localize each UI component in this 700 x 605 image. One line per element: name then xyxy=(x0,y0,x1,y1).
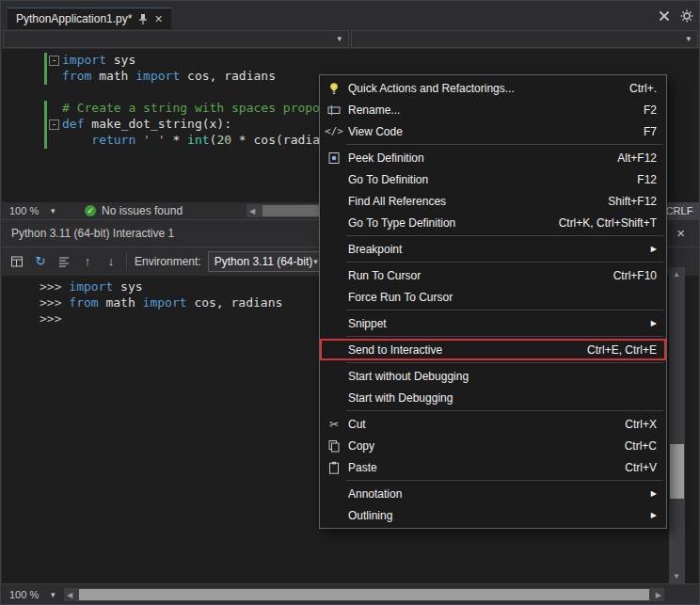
code-line: -import sys xyxy=(62,53,327,69)
menu-item-force-run-to-cursor[interactable]: Force Run To Cursor xyxy=(320,286,666,308)
tab-pythonapplication1[interactable]: PythonApplication1.py* × xyxy=(8,8,171,29)
menu-item-label: Breakpoint xyxy=(348,243,402,256)
menu-shortcut: F12 xyxy=(637,173,657,186)
scroll-right-icon[interactable]: ▶ xyxy=(656,591,661,599)
clear-screen-icon[interactable] xyxy=(56,255,72,268)
menu-item-breakpoint[interactable]: Breakpoint▶ xyxy=(320,238,666,260)
interactive-zoom-select[interactable]: 100 % xyxy=(9,589,39,600)
menu-item-label: Rename... xyxy=(348,103,400,117)
pin-icon[interactable] xyxy=(138,13,148,25)
menu-shortcut: Alt+F12 xyxy=(617,151,657,165)
chevron-down-icon[interactable]: ▾ xyxy=(51,590,56,599)
code-token: cos, radians xyxy=(180,69,276,83)
interactive-vertical-scrollbar[interactable]: ▲ ▼ xyxy=(669,267,685,583)
menu-item-paste[interactable]: PasteCtrl+V xyxy=(320,456,666,478)
menu-item-label: Copy xyxy=(348,439,374,453)
scroll-left-icon[interactable]: ◀ xyxy=(67,591,72,599)
interactive-window-icon[interactable] xyxy=(9,255,24,268)
copy-icon xyxy=(320,439,348,453)
menu-item-label: Force Run To Cursor xyxy=(348,291,453,304)
chevron-down-icon: ▾ xyxy=(337,34,342,43)
menu-item-label: Go To Definition xyxy=(348,173,428,186)
menu-item-run-to-cursor[interactable]: Run To CursorCtrl+F10 xyxy=(320,264,666,286)
scroll-up-icon[interactable]: ▲ xyxy=(673,270,680,279)
scroll-down-icon[interactable]: ▼ xyxy=(673,572,680,581)
menu-item-view-code[interactable]: </>View CodeF7 xyxy=(320,120,666,142)
code-token: # Create a string with spaces propor xyxy=(62,101,327,115)
paste-icon xyxy=(320,461,348,474)
menu-item-snippet[interactable]: Snippet▶ xyxy=(320,312,666,334)
history-previous-icon[interactable]: ↑ xyxy=(80,255,95,268)
environment-label: Environment: xyxy=(135,255,201,268)
code-token: ' ' xyxy=(143,133,165,147)
gear-icon[interactable] xyxy=(680,9,693,23)
panel-title: Python 3.11 (64-bit) Interactive 1 xyxy=(11,227,174,240)
fold-collapse-icon[interactable]: - xyxy=(49,119,59,130)
menu-item-rename[interactable]: Rename...F2 xyxy=(320,99,666,120)
interactive-code[interactable]: >>> import sys>>> from math import cos, … xyxy=(40,279,282,327)
menu-item-label: Run To Cursor xyxy=(348,269,421,282)
menu-item-quick-actions-and-refactorings[interactable]: Quick Actions and Refactorings...Ctrl+. xyxy=(320,77,666,99)
scrollbar-thumb[interactable] xyxy=(79,589,649,600)
scroll-left-icon[interactable]: ◀ xyxy=(249,207,255,215)
close-icon[interactable]: × xyxy=(676,225,685,241)
peek-definition-icon xyxy=(320,151,348,165)
menu-item-copy[interactable]: CopyCtrl+C xyxy=(320,435,666,456)
menu-item-label: View Code xyxy=(348,125,403,138)
menu-shortcut: Ctrl+F10 xyxy=(613,269,657,282)
menu-item-peek-definition[interactable]: Peek DefinitionAlt+F12 xyxy=(320,147,666,168)
context-menu: Quick Actions and Refactorings...Ctrl+.R… xyxy=(319,74,667,529)
menu-shortcut: Ctrl+. xyxy=(629,82,657,95)
code-token: from xyxy=(69,295,98,310)
menu-item-cut[interactable]: ✂CutCtrl+X xyxy=(320,413,666,435)
menu-item-label: Annotation xyxy=(348,487,402,501)
menu-item-find-all-references[interactable]: Find All ReferencesShift+F12 xyxy=(320,190,666,212)
history-next-icon[interactable]: ↓ xyxy=(103,255,119,268)
menu-item-start-without-debugging[interactable]: Start without Debugging xyxy=(320,365,666,387)
tools-icon[interactable] xyxy=(658,9,671,23)
menu-shortcut: Shift+F12 xyxy=(608,195,657,208)
menu-item-go-to-type-definition[interactable]: Go To Type DefinitionCtrl+K, Ctrl+Shift+… xyxy=(320,212,666,233)
menu-separator xyxy=(346,310,663,310)
change-bar xyxy=(44,101,47,149)
reset-icon[interactable]: ↻ xyxy=(33,255,48,268)
code-line: from math import cos, radians xyxy=(62,69,327,85)
member-scope-dropdown[interactable]: ▾ xyxy=(351,30,698,48)
tab-title: PythonApplication1.py* xyxy=(16,12,132,25)
menu-item-outlining[interactable]: Outlining▶ xyxy=(320,504,666,526)
code-token: >>> xyxy=(40,311,61,326)
environment-dropdown[interactable]: Python 3.11 (64-bit) ▾ xyxy=(208,251,325,272)
code-line: >>> import sys xyxy=(40,279,282,295)
document-tab-bar: PythonApplication1.py* × xyxy=(1,1,700,29)
interactive-horizontal-scrollbar[interactable]: ◀ ▶ xyxy=(64,588,664,601)
close-icon[interactable]: × xyxy=(154,12,162,25)
menu-item-start-with-debugging[interactable]: Start with Debugging xyxy=(320,387,666,408)
issues-status: No issues found xyxy=(102,204,183,217)
code-token: import xyxy=(62,53,106,67)
menu-shortcut: F7 xyxy=(644,125,657,138)
fold-collapse-icon[interactable]: - xyxy=(49,56,59,66)
code-line: # Create a string with spaces propor xyxy=(62,101,327,117)
check-icon: ✓ xyxy=(85,205,96,216)
menu-item-label: Quick Actions and Refactorings... xyxy=(348,82,515,95)
code-token: >>> xyxy=(40,279,69,294)
rename-icon xyxy=(320,103,348,117)
change-bar xyxy=(44,53,47,85)
code-token: return xyxy=(91,133,135,147)
code-token: sys xyxy=(113,279,142,294)
submenu-arrow-icon: ▶ xyxy=(651,489,657,498)
menu-item-go-to-definition[interactable]: Go To DefinitionF12 xyxy=(320,168,666,190)
code-line: -def make_dot_string(x): xyxy=(62,117,327,133)
menu-item-annotation[interactable]: Annotation▶ xyxy=(320,483,666,504)
code-token: def xyxy=(62,117,84,131)
menu-shortcut: F2 xyxy=(644,103,657,117)
menu-item-send-to-interactive[interactable]: Send to InteractiveCtrl+E, Ctrl+E xyxy=(320,339,666,360)
scrollbar-thumb[interactable] xyxy=(670,444,684,499)
code-token: int xyxy=(187,133,209,147)
chevron-down-icon[interactable]: ▾ xyxy=(51,206,56,215)
project-scope-dropdown[interactable]: ▾ xyxy=(3,30,349,48)
menu-item-label: Start with Debugging xyxy=(348,391,453,405)
menu-separator xyxy=(346,262,663,263)
menu-item-label: Outlining xyxy=(348,509,392,522)
editor-zoom-select[interactable]: 100 % xyxy=(9,205,39,216)
